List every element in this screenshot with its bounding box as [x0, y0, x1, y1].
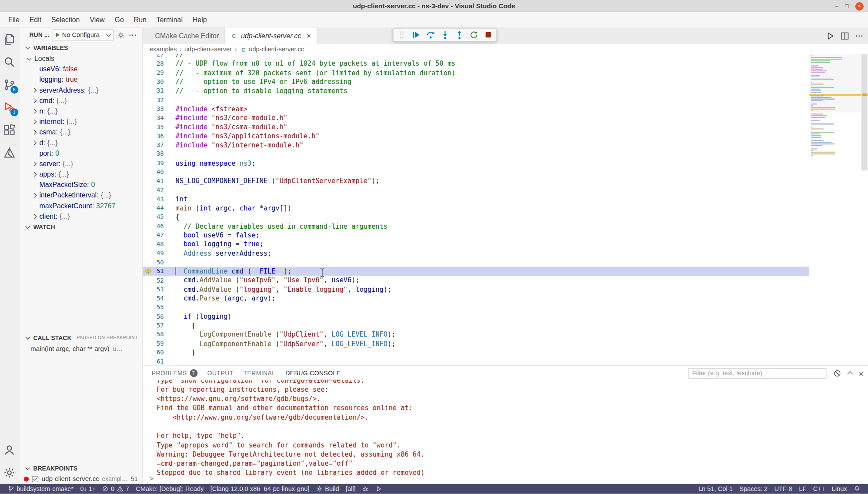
- panel-tab-problems[interactable]: PROBLEMS7: [152, 366, 197, 380]
- cmake-build-button[interactable]: Build: [313, 484, 342, 494]
- close-panel-icon[interactable]: ×: [859, 369, 864, 377]
- explorer-icon[interactable]: [0, 28, 19, 50]
- code-line-61[interactable]: 61: [143, 357, 809, 365]
- problems-status[interactable]: 07: [99, 484, 132, 494]
- code-line-50[interactable]: 50: [143, 258, 809, 267]
- watch-section-header[interactable]: WATCH: [20, 221, 143, 232]
- panel-tab-output[interactable]: OUTPUT: [207, 366, 234, 380]
- menu-edit[interactable]: Edit: [24, 14, 46, 25]
- close-tab-icon[interactable]: ×: [307, 32, 311, 40]
- maximize-panel-icon[interactable]: [848, 371, 853, 377]
- tab-udp-client-server-cc[interactable]: Cudp-client-server.cc×: [225, 28, 317, 44]
- code-line-60[interactable]: 60 }: [143, 348, 809, 357]
- cursor-position[interactable]: Ln 51, Col 1: [695, 484, 736, 494]
- code-line-35[interactable]: 35#include "ns3/csma-module.h": [143, 123, 809, 132]
- code-line-46[interactable]: 46 // Declare variables used in command-…: [143, 222, 809, 231]
- variable-row[interactable]: cmd:{...}: [20, 95, 143, 106]
- menu-selection[interactable]: Selection: [47, 14, 85, 25]
- menu-view[interactable]: View: [85, 14, 110, 25]
- menu-go[interactable]: Go: [110, 14, 129, 25]
- git-branch-status[interactable]: buildsystem-cmake*: [4, 484, 77, 494]
- variable-row[interactable]: d:{...}: [20, 137, 143, 148]
- code-line-56[interactable]: 56 if (logging): [143, 312, 809, 321]
- variable-row[interactable]: serverAddress:{...}: [20, 85, 143, 95]
- continue-button[interactable]: [410, 29, 422, 41]
- minimap[interactable]: [809, 54, 861, 365]
- minimize-icon[interactable]: –: [835, 3, 838, 9]
- variable-row[interactable]: useV6:false: [20, 63, 143, 74]
- code-line-55[interactable]: 55: [143, 303, 809, 312]
- start-debug-icon[interactable]: [56, 33, 60, 37]
- variable-row[interactable]: client:{...}: [20, 211, 143, 221]
- cmake-status[interactable]: CMake: [Debug]: Ready: [133, 484, 207, 494]
- panel-tab-debug-console[interactable]: DEBUG CONSOLE: [285, 366, 341, 380]
- variables-scope[interactable]: Locals: [20, 53, 143, 63]
- search-icon[interactable]: [0, 50, 19, 73]
- variable-row[interactable]: apps:{...}: [20, 169, 143, 179]
- code-line-57[interactable]: 57 {: [143, 321, 809, 330]
- debug-more-actions-icon[interactable]: [128, 31, 137, 39]
- code-line-59[interactable]: 59 LogComponentEnable ("UdpServer", LOG_…: [143, 339, 809, 348]
- language-mode[interactable]: C++: [810, 484, 828, 494]
- console-filter-input[interactable]: [688, 368, 827, 378]
- call-stack-section-header[interactable]: CALL STACK PAUSED ON BREAKPOINT: [20, 332, 143, 343]
- stop-button[interactable]: [482, 29, 494, 41]
- code-line-52[interactable]: 52 cmd.AddValue ("useIpv6", "Use Ipv6", …: [143, 276, 809, 285]
- code-line-53[interactable]: 53 cmd.AddValue ("logging", "Enable logg…: [143, 285, 809, 294]
- code-line-30[interactable]: 30// - option to use IPv4 or IPv6 addres…: [143, 77, 809, 87]
- os-indicator[interactable]: Linux: [828, 484, 850, 494]
- code-line-31[interactable]: 31// - option to disable logging stateme…: [143, 87, 809, 96]
- debug-config-dropdown[interactable]: No Configura: [53, 29, 114, 40]
- account-icon[interactable]: [0, 438, 19, 461]
- code-line-42[interactable]: 42: [143, 186, 809, 195]
- cmake-view-icon[interactable]: [0, 141, 19, 164]
- step-over-button[interactable]: [424, 29, 436, 41]
- code-line-54[interactable]: 54 cmd.Parse (argc, argv);: [143, 294, 809, 303]
- run-debug-icon[interactable]: 1: [0, 96, 19, 118]
- code-line-43[interactable]: 43int: [143, 195, 809, 204]
- breakpoint-item[interactable]: udp-client-server.cc exampl… 51: [20, 474, 143, 484]
- code-line-44[interactable]: 44main (int argc, char *argv[]): [143, 204, 809, 213]
- variable-row[interactable]: port:0: [20, 148, 143, 158]
- code-editor[interactable]: 27//28// - UDP flow from n0 to n1 of 102…: [143, 54, 868, 365]
- breakpoint-checkbox[interactable]: [32, 475, 39, 483]
- variable-row[interactable]: internet:{...}: [20, 116, 143, 127]
- step-out-button[interactable]: [454, 29, 465, 41]
- code-line-40[interactable]: 40: [143, 168, 809, 177]
- console-prompt[interactable]: >: [150, 474, 154, 483]
- debug-console[interactable]: Type "show configuration" for configurat…: [143, 381, 868, 484]
- breadcrumb-item[interactable]: udp-client-server: [184, 46, 232, 53]
- code-line-45[interactable]: 45{: [143, 213, 809, 222]
- restart-button[interactable]: [468, 29, 480, 41]
- cmake-build-target[interactable]: [all]: [342, 484, 359, 494]
- settings-gear-icon[interactable]: [0, 461, 19, 484]
- code-line-36[interactable]: 36#include "ns3/applications-module.h": [143, 132, 809, 141]
- variable-row[interactable]: MaxPacketSize:0: [20, 179, 143, 190]
- code-line-28[interactable]: 28// - UDP flow from n0 to n1 of 1024 by…: [143, 60, 809, 69]
- code-line-33[interactable]: 33#include <fstream>: [143, 104, 809, 113]
- cmake-kit[interactable]: [Clang 12.0.0 x86_64-pc-linux-gnu]: [207, 484, 313, 494]
- code-line-47[interactable]: 47 bool useV6 = false;: [143, 231, 809, 240]
- menu-help[interactable]: Help: [187, 14, 212, 25]
- code-line-41[interactable]: 41NS_LOG_COMPONENT_DEFINE ("UdpClientSer…: [143, 177, 809, 186]
- debug-gear-icon[interactable]: [117, 31, 125, 39]
- variable-row[interactable]: n:{...}: [20, 106, 143, 116]
- encoding[interactable]: UTF-8: [771, 484, 796, 494]
- maximize-icon[interactable]: □: [845, 3, 848, 9]
- code-line-48[interactable]: 48 bool logging = true;: [143, 240, 809, 249]
- panel-tab-terminal[interactable]: TERMINAL: [244, 366, 276, 380]
- scrollbar-thumb[interactable]: [861, 54, 868, 170]
- code-line-27[interactable]: 27//: [143, 54, 809, 60]
- clear-console-icon[interactable]: [833, 369, 841, 377]
- code-line-49[interactable]: 49 Address serverAddress;: [143, 249, 809, 258]
- breakpoints-section-header[interactable]: BREAKPOINTS: [20, 463, 143, 474]
- eol[interactable]: LF: [796, 484, 810, 494]
- tab-cmake-cache-editor[interactable]: CMake Cache Editor: [150, 28, 225, 44]
- editor-scrollbar[interactable]: [861, 54, 868, 365]
- code-line-29[interactable]: 29// - maximum of 320 packets sent (or l…: [143, 68, 809, 77]
- code-line-37[interactable]: 37#include "ns3/internet-module.h": [143, 140, 809, 150]
- cmake-launch-button[interactable]: [372, 484, 386, 494]
- code-line-38[interactable]: 38: [143, 150, 809, 159]
- code-line-39[interactable]: 39using namespace ns3;: [143, 159, 809, 168]
- code-line-34[interactable]: 34#include "ns3/core-module.h": [143, 113, 809, 123]
